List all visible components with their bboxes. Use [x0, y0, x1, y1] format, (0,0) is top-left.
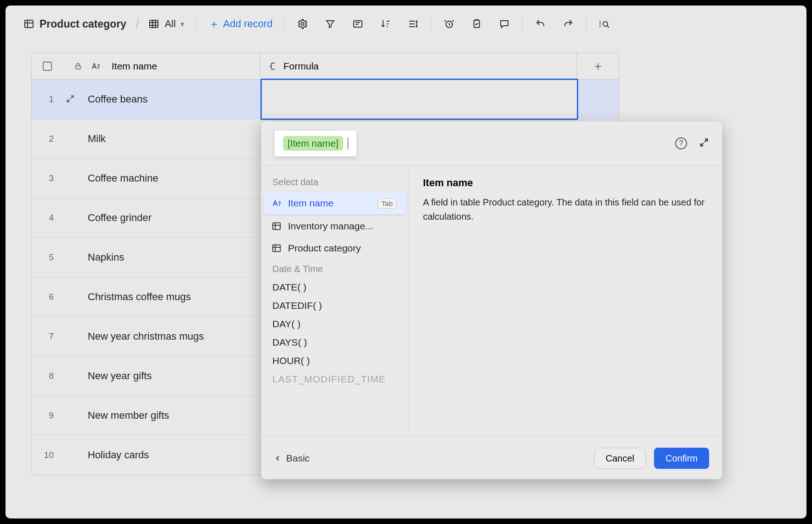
function-option[interactable]: DATEDIF( ): [261, 296, 409, 315]
svg-point-2: [301, 23, 304, 25]
function-option[interactable]: DAY( ): [261, 315, 409, 333]
comment-icon[interactable]: [498, 18, 510, 30]
option-inventory[interactable]: Inventory manage...: [261, 215, 409, 237]
group-date-time: Date & Time: [261, 259, 409, 278]
formula-input[interactable]: [Item name]: [274, 130, 357, 157]
help-icon[interactable]: ?: [675, 137, 687, 149]
expand-record-placeholder: [66, 292, 76, 302]
row-number: 10: [42, 450, 54, 460]
detail-body: A field in table Product category. The d…: [423, 195, 708, 224]
svg-point-6: [603, 22, 608, 26]
view-selector[interactable]: All ▾: [141, 18, 190, 30]
column-formula[interactable]: Formula: [260, 53, 576, 79]
cell-item-name[interactable]: Milk: [88, 133, 106, 145]
cell-item-name[interactable]: Christmas coffee mugs: [88, 291, 191, 303]
cell-item-name[interactable]: New year christmas mugs: [88, 330, 204, 342]
table-icon: [271, 221, 282, 231]
suggestion-list: Select data Item name Tab Inventory mana…: [261, 166, 409, 436]
cancel-button[interactable]: Cancel: [594, 448, 646, 469]
svg-rect-0: [25, 20, 33, 28]
plus-icon: ＋: [209, 17, 220, 31]
formula-editor-popup: [Item name] ? Select data Item name Tab: [261, 121, 722, 479]
tab-hint: Tab: [378, 198, 397, 209]
field-chip-item-name[interactable]: [Item name]: [283, 136, 343, 151]
cell-item-name[interactable]: Coffee grinder: [88, 212, 152, 224]
svg-rect-1: [150, 20, 158, 28]
select-all-checkbox[interactable]: [43, 62, 52, 71]
group-icon[interactable]: [352, 18, 364, 30]
svg-rect-8: [273, 223, 281, 230]
add-record-label: Add record: [223, 18, 273, 30]
row-number: 1: [42, 94, 54, 104]
row-number: 2: [42, 134, 54, 144]
chevron-left-icon: [274, 455, 282, 462]
cell-item-name[interactable]: New year gifts: [88, 370, 152, 382]
column-formula-label: Formula: [283, 61, 319, 72]
cell-item-name[interactable]: Holiday cards: [88, 449, 149, 461]
expand-icon[interactable]: [699, 137, 709, 149]
grid-header: Item name Formula ＋: [32, 53, 619, 80]
toolbar: Product category / All ▾ ＋ Add record: [6, 6, 806, 42]
grid-view-icon: [148, 18, 160, 30]
add-column-button[interactable]: ＋: [576, 53, 619, 79]
suggestion-detail: Item name A field in table Product categ…: [409, 166, 722, 436]
expand-record-placeholder: [66, 252, 76, 262]
option-label: Inventory manage...: [288, 221, 373, 232]
filter-icon[interactable]: [324, 18, 336, 30]
back-button[interactable]: Basic: [274, 453, 310, 464]
option-item-name[interactable]: Item name Tab: [264, 192, 406, 214]
table-icon: [23, 18, 35, 30]
formula-cell-active[interactable]: [260, 79, 578, 120]
chevron-down-icon: ▾: [180, 20, 184, 28]
cell-item-name[interactable]: Coffee machine: [88, 172, 158, 184]
row-number: 6: [42, 292, 54, 302]
function-option[interactable]: HOUR( ): [261, 352, 409, 370]
row-number: 4: [42, 213, 54, 223]
expand-record-placeholder: [66, 410, 76, 421]
column-item-name[interactable]: Item name: [112, 61, 157, 72]
svg-rect-7: [76, 66, 81, 69]
undo-icon[interactable]: [535, 18, 547, 30]
expand-record-placeholder: [66, 450, 76, 460]
row-number: 5: [42, 252, 54, 262]
redo-icon[interactable]: [562, 18, 574, 30]
add-record-button[interactable]: ＋ Add record: [202, 17, 279, 31]
svg-rect-9: [273, 245, 281, 252]
table-icon: [271, 243, 282, 253]
cell-item-name[interactable]: Coffee beans: [88, 93, 147, 105]
text-field-icon: [90, 61, 101, 71]
row-number: 9: [42, 410, 54, 421]
reminder-icon[interactable]: [443, 18, 455, 30]
group-select-data: Select data: [261, 172, 409, 191]
option-label: Product category: [288, 243, 361, 254]
cell-item-name[interactable]: New member gifts: [88, 410, 169, 421]
expand-record-icon[interactable]: [66, 94, 76, 104]
function-option[interactable]: DATE( ): [261, 278, 409, 296]
table-title[interactable]: Product category: [39, 18, 126, 30]
row-height-icon[interactable]: [407, 18, 419, 30]
function-option[interactable]: DAYS( ): [261, 333, 409, 352]
expand-record-placeholder: [66, 331, 76, 342]
cell-item-name[interactable]: Napkins: [88, 251, 124, 263]
view-label: All: [164, 18, 175, 30]
expand-record-placeholder: [66, 134, 76, 144]
text-cursor: [348, 137, 348, 149]
text-field-icon: [271, 198, 282, 208]
detail-title: Item name: [423, 177, 708, 189]
row-number: 3: [42, 173, 54, 183]
formula-icon: [269, 62, 278, 71]
lock-icon: [74, 62, 82, 70]
settings-icon[interactable]: [297, 18, 309, 30]
row-number: 8: [42, 371, 54, 381]
confirm-button[interactable]: Confirm: [654, 448, 709, 469]
expand-record-placeholder: [66, 173, 76, 183]
find-icon[interactable]: [598, 18, 610, 30]
function-option[interactable]: LAST_MODIFIED_TIME: [261, 370, 409, 388]
expand-record-placeholder: [66, 213, 76, 223]
option-product-category[interactable]: Product category: [261, 237, 409, 259]
sort-icon[interactable]: [379, 18, 391, 30]
clipboard-icon[interactable]: [471, 18, 483, 30]
row-number: 7: [42, 331, 54, 342]
expand-record-placeholder: [66, 371, 76, 381]
option-label: Item name: [288, 198, 333, 209]
